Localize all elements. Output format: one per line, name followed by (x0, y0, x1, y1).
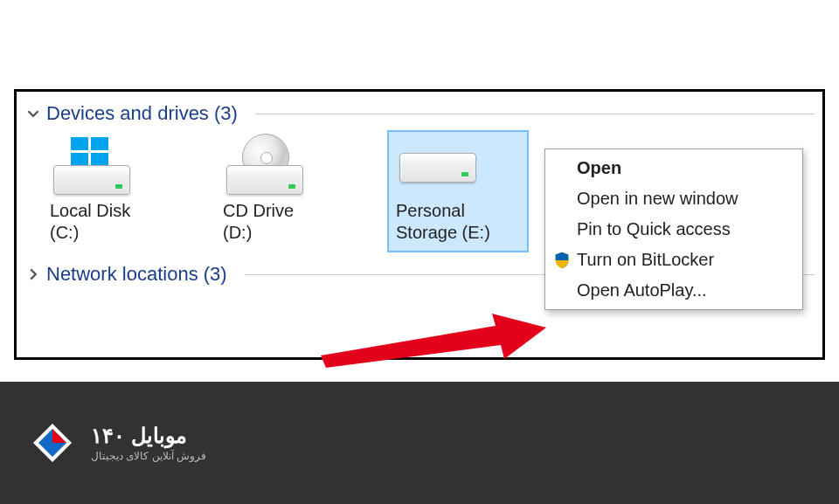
brand-text: موبایل ۱۴۰ فروش آنلاین کالای دیجیتال (91, 424, 206, 462)
drive-label: CD Drive (D:) (223, 200, 347, 244)
brand-tagline: فروش آنلاین کالای دیجیتال (91, 450, 206, 462)
brand-logo-icon (28, 418, 77, 467)
devices-section-header[interactable]: Devices and drives (3) (27, 102, 815, 125)
menu-label: Open AutoPlay... (577, 280, 707, 300)
drive-personal-storage-e[interactable]: Personal Storage (E:) (389, 132, 527, 251)
drive-label-line: Storage (E:) (396, 223, 490, 242)
drive-icon (50, 137, 134, 195)
drive-label-line: (C:) (50, 223, 79, 242)
section-divider (255, 114, 815, 114)
windows-logo-icon (71, 137, 109, 167)
brand-name: موبایل ۱۴۰ (91, 424, 206, 448)
chevron-down-icon (27, 107, 39, 120)
menu-open-new-window[interactable]: Open in new window (547, 183, 801, 214)
menu-label: Open (577, 158, 621, 178)
footer-bar: موبایل ۱۴۰ فروش آنلاین کالای دیجیتال (0, 382, 839, 504)
drive-icon (223, 137, 307, 195)
explorer-panel: Devices and drives (3) Local Disk (C:) (14, 89, 825, 360)
menu-pin-quick-access[interactable]: Pin to Quick access (547, 214, 801, 245)
drive-label-line: Personal (396, 201, 465, 220)
menu-turn-on-bitlocker[interactable]: Turn on BitLocker (547, 245, 801, 275)
svg-marker-0 (321, 314, 546, 368)
drive-label-line: (D:) (223, 223, 252, 242)
drive-label-line: Local Disk (50, 201, 130, 220)
devices-section-title: Devices and drives (3) (46, 102, 238, 125)
arrow-callout-icon (321, 308, 548, 369)
drive-cd-d[interactable]: CD Drive (D:) (216, 132, 354, 251)
menu-label: Open in new window (577, 189, 738, 209)
menu-label: Pin to Quick access (577, 219, 731, 239)
context-menu: Open Open in new window Pin to Quick acc… (544, 148, 803, 310)
menu-open-autoplay[interactable]: Open AutoPlay... (547, 275, 801, 306)
drive-label-line: CD Drive (223, 201, 294, 220)
drive-local-disk-c[interactable]: Local Disk (C:) (43, 132, 181, 251)
network-section-title: Network locations (3) (46, 263, 227, 286)
chevron-right-icon (27, 268, 39, 280)
menu-open[interactable]: Open (547, 153, 801, 183)
drive-label: Local Disk (C:) (50, 200, 174, 244)
drive-label: Personal Storage (E:) (396, 200, 520, 244)
shield-icon (552, 251, 572, 270)
drive-icon (396, 137, 480, 195)
menu-label: Turn on BitLocker (577, 250, 714, 270)
